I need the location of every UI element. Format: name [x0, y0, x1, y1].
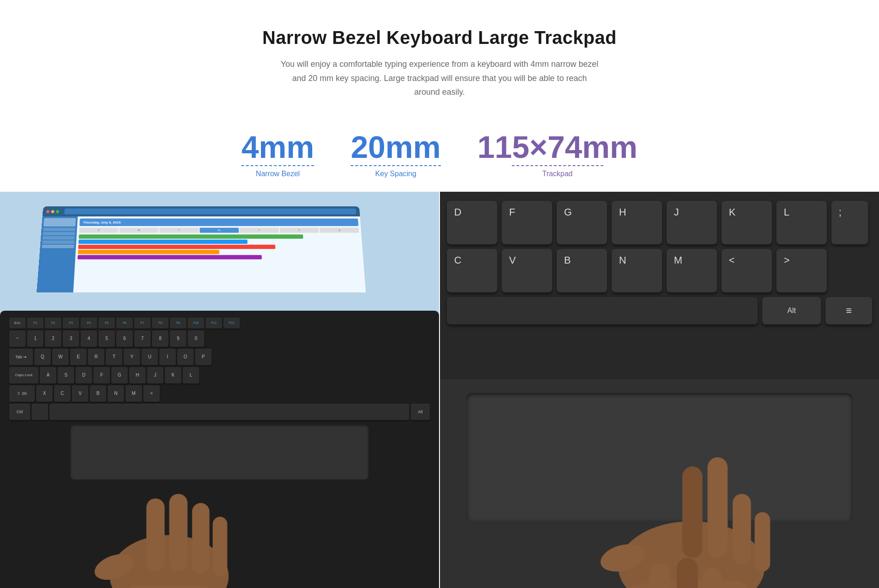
key-G: G [557, 201, 607, 244]
stat-underline-key-spacing [351, 165, 441, 166]
page-wrapper: Narrow Bezel Keyboard Large Trackpad You… [0, 0, 879, 588]
stats-section: 4mm Narrow Bezel 20mm Key Spacing 115×74… [0, 113, 879, 192]
stat-label-trackpad: Trackpad [477, 170, 638, 178]
key-K: K [722, 201, 772, 244]
key-V: V [502, 249, 552, 292]
stat-value-trackpad: 115×74mm [477, 131, 638, 162]
left-image-panel: Thursday, July 9, 2015 S M T W T F S [0, 192, 439, 588]
stat-value-key-spacing: 20mm [351, 131, 441, 162]
key-lt: < [722, 249, 772, 292]
stat-underline-trackpad [512, 165, 603, 166]
stat-label-key-spacing: Key Spacing [351, 170, 441, 178]
key-alt: Alt [762, 297, 821, 324]
key-H: H [612, 201, 662, 244]
key-B: B [557, 249, 607, 292]
key-L: L [776, 201, 827, 244]
stat-underline-narrow-bezel [241, 165, 314, 166]
key-F: F [502, 201, 552, 244]
right-image-panel: D F G H J K L ; C V B N M < > [439, 192, 879, 588]
key-J: J [667, 201, 717, 244]
stat-label-narrow-bezel: Narrow Bezel [241, 170, 314, 178]
key-C: C [447, 249, 497, 292]
key-M: M [667, 249, 717, 292]
key-semicolon: ; [831, 201, 868, 244]
key-gt: > [776, 249, 827, 292]
page-subtitle: You will enjoy a comfortable typing expe… [279, 57, 600, 99]
stat-value-narrow-bezel: 4mm [241, 131, 314, 162]
key-menu: ≡ [825, 297, 872, 324]
stat-key-spacing: 20mm Key Spacing [351, 131, 441, 178]
page-title: Narrow Bezel Keyboard Large Trackpad [9, 27, 870, 48]
trackpad-surface [467, 393, 853, 521]
stat-narrow-bezel: 4mm Narrow Bezel [241, 131, 314, 178]
header-section: Narrow Bezel Keyboard Large Trackpad You… [0, 0, 879, 113]
images-section: Thursday, July 9, 2015 S M T W T F S [0, 192, 879, 588]
key-N: N [612, 249, 662, 292]
stat-trackpad: 115×74mm Trackpad [477, 131, 638, 178]
key-D: D [447, 201, 497, 244]
